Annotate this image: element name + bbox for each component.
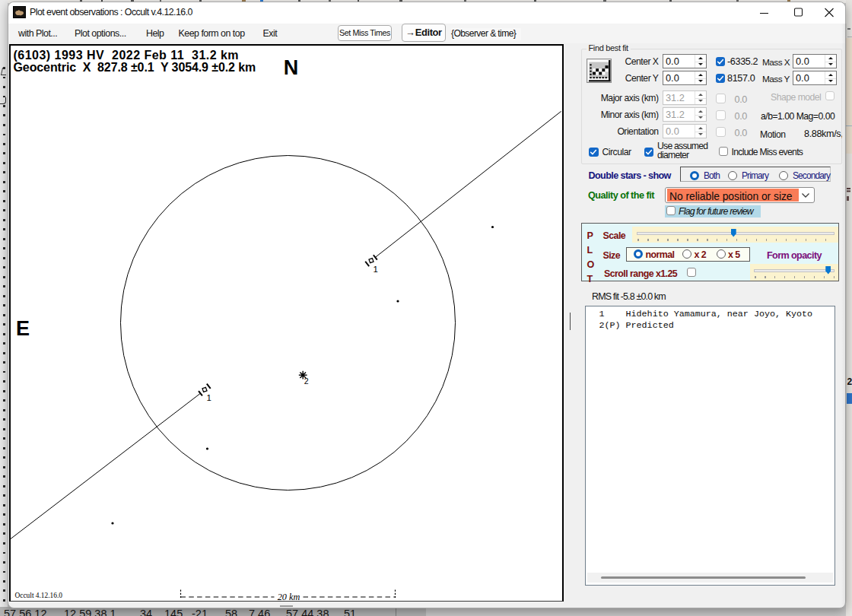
plot-panel-letter-o: O xyxy=(587,259,595,270)
orientation-label: Orientation xyxy=(582,126,659,137)
menu-keep-form-on-top[interactable]: Keep form on top xyxy=(179,28,245,39)
center-y-label: Center Y xyxy=(582,73,659,84)
form-opacity-slider[interactable] xyxy=(750,264,838,281)
center-y-spinner[interactable]: 0.0 xyxy=(663,71,707,85)
orientation-spinner[interactable]: 0.0 xyxy=(663,124,707,138)
double-stars-both-radio[interactable] xyxy=(690,171,699,180)
major-axis-spinner[interactable]: 31.2 xyxy=(663,90,707,105)
close-button[interactable] xyxy=(815,2,845,24)
field-star-dot xyxy=(491,226,494,228)
spin-up-arrow-icon[interactable] xyxy=(698,94,703,96)
minor-axis-aux-checkbox[interactable] xyxy=(716,110,726,120)
background-right-frag-r xyxy=(847,196,849,201)
spin-up-arrow-icon[interactable] xyxy=(698,110,703,113)
check-icon xyxy=(645,148,653,156)
horizontal-scrollbar-thumb[interactable] xyxy=(601,576,806,579)
spinner-value: 0.0 xyxy=(796,56,809,67)
major-axis-label: Major axis (km) xyxy=(582,93,659,103)
size-x5-radio[interactable] xyxy=(717,249,726,259)
use-assumed-line2: diameter xyxy=(657,150,688,160)
center-y-offset-checkbox[interactable] xyxy=(716,74,726,84)
size-normal-radio[interactable] xyxy=(634,249,643,259)
north-label: N xyxy=(284,56,299,79)
circular-checkbox[interactable] xyxy=(589,148,599,157)
flag-for-future-review-checkbox[interactable] xyxy=(666,206,676,216)
menu-help[interactable]: Help xyxy=(146,28,164,39)
use-assumed-diameter-checkbox[interactable] xyxy=(644,148,654,157)
east-label: E xyxy=(16,317,30,340)
scroll-range-checkbox[interactable] xyxy=(687,268,697,278)
size-x2-label: x 2 xyxy=(695,249,707,260)
center-x-label: Center X xyxy=(582,56,659,67)
observer-time-label: {Observer & time} xyxy=(451,28,521,40)
size-x2-radio[interactable] xyxy=(682,249,691,259)
scroll-range-label: Scroll range x1.25 xyxy=(604,268,677,279)
center-x-offset-checkbox[interactable] xyxy=(716,57,726,67)
spinner-separator xyxy=(825,62,836,62)
background-right-equals xyxy=(847,188,850,189)
plot-panel-letter-l: L xyxy=(587,245,593,256)
slider-track[interactable] xyxy=(754,269,835,272)
minor-axis-spinner[interactable]: 31.2 xyxy=(663,107,707,122)
background-number-fragment: 58 xyxy=(225,608,237,616)
spin-down-arrow-icon[interactable] xyxy=(698,80,703,82)
spin-up-arrow-icon[interactable] xyxy=(698,127,703,129)
spinner-separator xyxy=(695,115,706,116)
minimize-button[interactable] xyxy=(746,2,781,24)
spinner-value: 0.0 xyxy=(666,56,679,67)
spin-up-arrow-icon[interactable] xyxy=(828,74,833,76)
chord-error-tick xyxy=(374,255,377,259)
chord-line xyxy=(11,393,201,538)
window-right-shade xyxy=(841,24,847,606)
check-icon xyxy=(717,58,724,65)
background-number-fragment: 12 59 38.1 xyxy=(64,608,116,616)
spin-down-arrow-icon[interactable] xyxy=(698,133,703,135)
background-right-hline xyxy=(847,37,852,37)
spin-down-arrow-icon[interactable] xyxy=(698,100,703,102)
set-miss-times-button[interactable]: Set Miss Times xyxy=(338,25,392,41)
form-opacity-slider-thumb[interactable] xyxy=(825,266,831,275)
spin-up-arrow-icon[interactable] xyxy=(828,57,833,59)
check-icon xyxy=(590,148,597,156)
plot-canvas[interactable]: (6103) 1993 HV 2022 Feb 11 31.2 kmGeocen… xyxy=(9,44,564,602)
double-stars-primary-radio[interactable] xyxy=(728,171,737,180)
splitter-handle[interactable] xyxy=(570,313,571,330)
minor-axis-label: Minor axis (km) xyxy=(582,110,659,120)
check-icon xyxy=(717,75,724,82)
spin-down-arrow-icon[interactable] xyxy=(698,63,703,65)
title-bar: Plot event observations : Occult v.4.12.… xyxy=(8,2,845,24)
spinner-value: 0.0 xyxy=(666,125,679,137)
scale-slider-thumb[interactable] xyxy=(731,229,736,237)
menu-plot-options[interactable]: Plot options... xyxy=(75,28,126,39)
observation-row-2[interactable]: 2(P) Predicted xyxy=(599,320,674,331)
observation-row-1[interactable]: 1 Hidehito Yamamura, near Joyo, Kyoto xyxy=(599,309,813,319)
horizontal-scrollbar[interactable] xyxy=(587,573,833,583)
background-right-dash xyxy=(847,28,850,30)
scale-slider[interactable] xyxy=(632,227,838,243)
double-stars-secondary-radio[interactable] xyxy=(779,171,788,180)
mass-y-spinner[interactable]: 0.0 xyxy=(793,71,837,85)
spin-up-arrow-icon[interactable] xyxy=(698,57,703,59)
orientation-aux-value: 0.0 xyxy=(735,128,747,138)
spin-down-arrow-icon[interactable] xyxy=(828,63,833,65)
chevron-down-icon[interactable] xyxy=(800,191,811,200)
spinner-separator xyxy=(695,132,706,132)
observations-listbox[interactable]: 1 Hidehito Yamamura, near Joyo, Kyoto 2(… xyxy=(585,306,835,586)
background-number-fragment: 57 44 38 xyxy=(286,608,329,616)
include-miss-events-checkbox[interactable] xyxy=(719,147,729,157)
spin-up-arrow-icon[interactable] xyxy=(698,74,703,76)
maximize-button[interactable] xyxy=(780,2,815,24)
quality-of-fit-value: No reliable position or size xyxy=(669,190,793,202)
major-axis-aux-checkbox[interactable] xyxy=(716,94,726,103)
editor-button[interactable]: →Editor xyxy=(402,24,446,42)
spin-down-arrow-icon[interactable] xyxy=(698,116,703,119)
orientation-aux-checkbox[interactable] xyxy=(716,127,726,137)
spin-down-arrow-icon[interactable] xyxy=(828,80,833,82)
mass-x-spinner[interactable]: 0.0 xyxy=(793,54,837,68)
field-star-dot xyxy=(206,447,208,449)
menu-exit[interactable]: Exit xyxy=(263,28,278,39)
menu-with-plot[interactable]: with Plot... xyxy=(18,28,57,39)
center-x-spinner[interactable]: 0.0 xyxy=(663,54,707,68)
mass-y-label: Mass Y xyxy=(762,74,790,84)
shape-model-checkbox[interactable] xyxy=(825,91,835,101)
